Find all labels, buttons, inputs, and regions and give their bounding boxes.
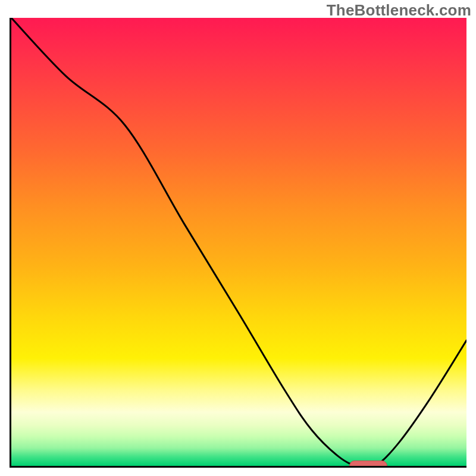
optimal-range-marker: [349, 461, 387, 468]
chart-plot-area: [10, 18, 466, 468]
bottleneck-curve-line: [11, 18, 466, 466]
watermark-text: TheBottleneck.com: [327, 1, 471, 20]
